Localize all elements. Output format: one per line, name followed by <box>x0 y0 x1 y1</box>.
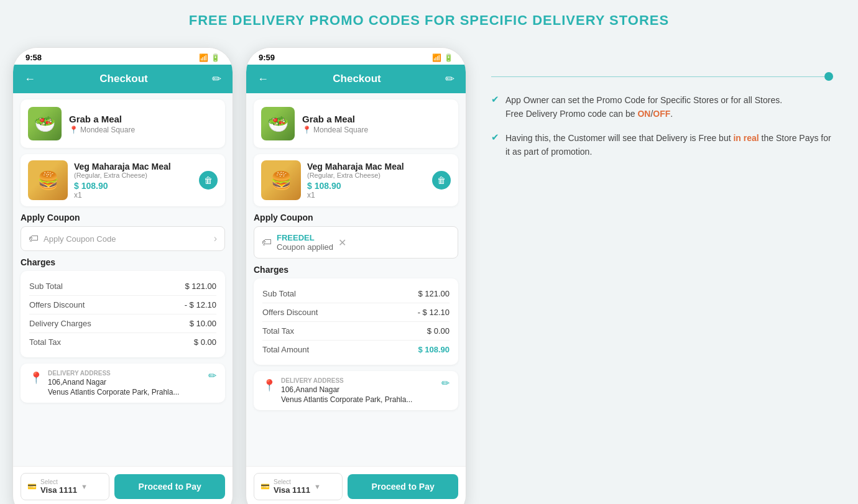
phone1-item-card: 🍔 Veg Maharaja Mac Meal (Regular, Extra … <box>21 154 225 206</box>
phone2-delivery-edit-btn[interactable]: ✏ <box>441 377 450 389</box>
phone1-restaurant-name: Grab a Meal <box>69 114 135 124</box>
phone2-delivery-line1: 106,Anand Nagar <box>281 385 412 394</box>
phone1-footer: 💳 Select Visa 1111 ▼ Proceed to Pay <box>13 466 233 504</box>
phone2-charges-box: Sub Total $ 121.00 Offers Discount - $ 1… <box>254 278 458 365</box>
phone1-charges-box: Sub Total $ 121.00 Offers Discount - $ 1… <box>21 271 225 357</box>
phone2-delivery-line2: Venus Atlantis Corporate Park, Prahla... <box>281 395 412 404</box>
phone1-restaurant-card: 🥗 Grab a Meal 📍 Mondeal Square <box>21 99 225 148</box>
check-icon-1: ✔ <box>491 94 499 105</box>
phone1-edit-btn[interactable]: ✏ <box>212 72 221 86</box>
phone2-charge-row-2: Total Tax $ 0.00 <box>262 322 450 341</box>
battery-icon-2: 🔋 <box>444 53 453 62</box>
phone2-restaurant-img: 🥗 <box>261 107 295 140</box>
phone2-item-qty: x1 <box>307 191 426 199</box>
card-icon-2: 💳 <box>261 482 270 491</box>
chevron-down-icon: ▼ <box>81 483 88 490</box>
location-icon: 📍 <box>69 126 78 134</box>
phone2-item-price: $ 108.90 <box>307 181 426 191</box>
phone1-charge-value-2: $ 10.00 <box>190 319 216 328</box>
phone1-coupon-box[interactable]: 🏷 Apply Coupon Code › <box>21 226 225 251</box>
info-connector <box>491 72 833 81</box>
coupon-icon-2: 🏷 <box>262 237 272 248</box>
phone2-item-img: 🍔 <box>261 160 301 200</box>
phone1-header-title: Checkout <box>99 73 147 85</box>
phone2-proceed-btn[interactable]: Proceed to Pay <box>348 474 458 499</box>
phone2-restaurant-location: 📍 Mondeal Square <box>302 126 368 134</box>
connector-dot <box>824 72 833 81</box>
phone1-charge-value-3: $ 0.00 <box>194 337 216 347</box>
info-panel: ✔ App Owner can set the Promo Code for S… <box>466 47 846 181</box>
phone1-header: ← Checkout ✏ <box>13 65 233 93</box>
phone1-charge-label-1: Offers Discount <box>29 300 85 309</box>
phone1-delivery-line1: 106,Anand Nagar <box>48 378 179 387</box>
phone2-restaurant-card: 🥗 Grab a Meal 📍 Mondeal Square <box>254 99 458 148</box>
info-text-2: Having this, the Customer will see that … <box>505 131 833 159</box>
phone2-header-title: Checkout <box>333 73 381 85</box>
phone2-coupon-label: Apply Coupon <box>254 213 458 222</box>
phone2-charge-label-1: Offers Discount <box>262 308 318 317</box>
phone1-charge-row-2: Delivery Charges $ 10.00 <box>29 314 216 333</box>
phone2-edit-btn[interactable]: ✏ <box>445 72 454 86</box>
phone1-time: 9:58 <box>25 53 42 62</box>
wifi-icon-2: 📶 <box>432 53 441 62</box>
phone2-charge-value-3: $ 108.90 <box>418 345 450 354</box>
page-title: FREE DELIVERY PROMO CODES FOR SPECIFIC D… <box>189 12 669 29</box>
phone1-charge-label-3: Total Tax <box>29 337 61 347</box>
phone2-icons: 📶 🔋 <box>432 53 453 62</box>
phone2-charge-row-0: Sub Total $ 121.00 <box>262 285 450 303</box>
phone2-restaurant-name: Grab a Meal <box>302 114 368 124</box>
phone1-restaurant-location: 📍 Mondeal Square <box>69 126 135 134</box>
phone1-back-btn[interactable]: ← <box>24 73 35 86</box>
phone1-item-name: Veg Maharaja Mac Meal <box>74 162 193 172</box>
coupon-arrow-icon: › <box>214 233 217 244</box>
phone2-time: 9:59 <box>259 53 275 62</box>
burger-icon-2: 🍔 <box>261 160 301 200</box>
phone2-coupon-code: FREEDEL <box>277 233 333 242</box>
phone2-charge-value-0: $ 121.00 <box>418 289 450 298</box>
phone2-coupon-applied-box[interactable]: 🏷 FREEDEL Coupon applied ✕ <box>254 226 458 259</box>
phone1-charge-value-0: $ 121.00 <box>185 282 216 291</box>
phone1-restaurant-info: Grab a Meal 📍 Mondeal Square <box>69 114 135 134</box>
phone2-coupon-close-btn[interactable]: ✕ <box>338 237 346 249</box>
phone2-item-card: 🍔 Veg Maharaja Mac Meal (Regular, Extra … <box>254 154 458 206</box>
phone1-proceed-btn[interactable]: Proceed to Pay <box>114 474 225 499</box>
phone2-charge-label-0: Sub Total <box>262 289 296 298</box>
phone1-item-sub: (Regular, Extra Cheese) <box>74 172 193 179</box>
connector-line <box>491 76 824 77</box>
phone2-item-info: Veg Maharaja Mac Meal (Regular, Extra Ch… <box>307 162 426 199</box>
delivery-pin-icon-2: 📍 <box>262 378 276 392</box>
phone2-card-select[interactable]: 💳 Select Visa 1111 ▼ <box>254 473 343 500</box>
phone1-item-info: Veg Maharaja Mac Meal (Regular, Extra Ch… <box>74 162 193 199</box>
phone2-coupon-applied-text: Coupon applied <box>277 242 333 252</box>
phone2-back-btn[interactable]: ← <box>257 73 269 86</box>
phone2-charge-label-3: Total Amount <box>262 345 309 354</box>
phone2-card-name: Visa 1111 <box>274 485 310 495</box>
phone2-delivery-section: 📍 DELIVERY ADDRESS 106,Anand Nagar Venus… <box>254 371 458 410</box>
phone1-delivery-edit-btn[interactable]: ✏ <box>208 370 216 382</box>
info-text-1: App Owner can set the Promo Code for Spe… <box>505 93 782 121</box>
phone-2: 9:59 📶 🔋 ← Checkout ✏ 🥗 Grab a M <box>246 47 466 504</box>
phone2-charge-label-2: Total Tax <box>262 326 294 336</box>
phone1-charges-label: Charges <box>21 257 225 267</box>
phone2-delete-btn[interactable]: 🗑 <box>432 171 451 190</box>
phone2-charge-row-3: Total Amount $ 108.90 <box>262 341 450 359</box>
phone1-item-qty: x1 <box>74 191 193 199</box>
burger-icon: 🍔 <box>28 160 68 200</box>
phone1-top-bar: 9:58 📶 🔋 <box>13 48 233 65</box>
phone1-card-select[interactable]: 💳 Select Visa 1111 ▼ <box>21 473 109 500</box>
phone1-coupon-placeholder: Apply Coupon Code <box>44 234 209 244</box>
phone1-delivery-info: DELIVERY ADDRESS 106,Anand Nagar Venus A… <box>48 370 179 396</box>
card-icon: 💳 <box>27 482 37 491</box>
phone1-select-label: Select <box>40 479 77 485</box>
wifi-icon: 📶 <box>199 53 208 62</box>
phone1-item-price: $ 108.90 <box>74 181 193 191</box>
phone2-charge-row-1: Offers Discount - $ 12.10 <box>262 303 450 322</box>
phones-section: 9:58 📶 🔋 ← Checkout ✏ 🥗 Grab a M <box>12 47 466 504</box>
phone2-select-label: Select <box>274 479 310 485</box>
phone2-charge-value-1: - $ 12.10 <box>418 308 450 317</box>
phone2-header: ← Checkout ✏ <box>246 65 466 93</box>
phone1-icons: 📶 🔋 <box>199 53 220 62</box>
phone1-charge-label-0: Sub Total <box>29 282 63 291</box>
phone1-delete-btn[interactable]: 🗑 <box>199 171 218 190</box>
phone-1: 9:58 📶 🔋 ← Checkout ✏ 🥗 Grab a M <box>12 47 233 504</box>
